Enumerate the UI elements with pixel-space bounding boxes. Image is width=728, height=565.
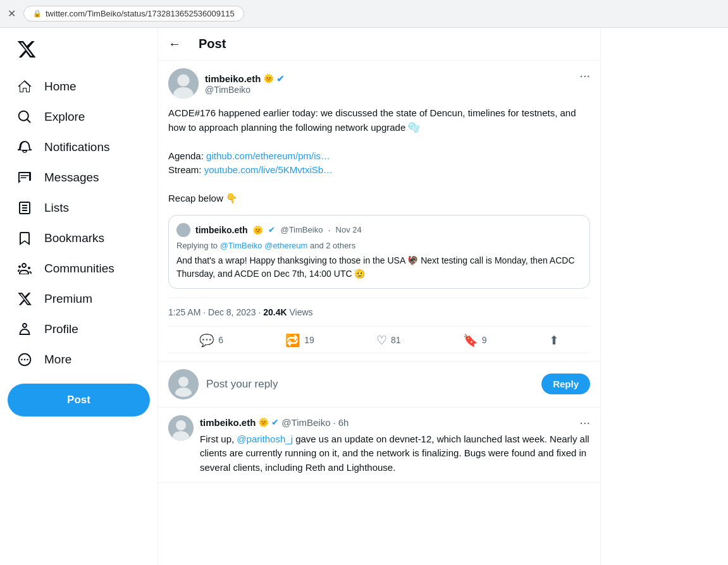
stream-label: Stream: [168,164,204,175]
reply-tweet-0: timbeiko.eth 🌞 ✔ @TimBeiko · 6h ··· Firs… [158,408,600,483]
sidebar-item-premium[interactable]: Premium [8,284,150,314]
sidebar-item-notifications[interactable]: Notifications [8,132,150,162]
quoted-author-row: timbeiko.eth 🌞 ✔ @TimBeiko · Nov 24 [176,223,582,237]
sidebar-label-more: More [44,353,71,367]
agenda-link[interactable]: github.com/ethereum/pm/is… [206,150,330,161]
sidebar-label-communities: Communities [44,262,114,276]
retweet-icon: 🔁 [285,333,300,348]
messages-icon [16,170,33,185]
bookmarks-icon [16,231,33,246]
quoted-tweet[interactable]: timbeiko.eth 🌞 ✔ @TimBeiko · Nov 24 Repl… [168,215,590,289]
premium-icon [16,291,33,307]
tweet-meta: 1:25 AM · Dec 8, 2023 · 20.4K Views [168,298,590,327]
author-avatar[interactable] [168,68,199,99]
sidebar-label-bookmarks: Bookmarks [44,231,104,245]
quoted-date: Nov 24 [336,225,362,234]
retweet-count: 19 [304,335,314,345]
svg-point-3 [176,223,190,237]
verified-icon: ✔ [276,73,285,85]
reply-placeholder[interactable]: Post your reply [206,378,534,391]
quoted-replying-to: Replying to @TimBeiko @ethereum and 2 ot… [176,241,582,250]
reply-mention[interactable]: @parithosh_j [237,434,293,444]
reply-tweet-content: timbeiko.eth 🌞 ✔ @TimBeiko · 6h ··· Firs… [200,415,590,475]
sidebar-item-messages[interactable]: Messages [8,162,150,193]
share-icon: ⬆ [549,333,559,348]
sun-emoji: 🌞 [263,73,274,83]
tweet-text-main: ACDE#176 happened earlier today: we disc… [168,107,576,133]
sidebar-label-messages: Messages [44,171,99,185]
action-bar: 💬 6 🔁 19 ♡ 81 🔖 9 ⬆ [168,328,590,353]
quoted-verified-icon: ✔ [268,225,275,234]
reply-verified-icon: ✔ [271,417,279,427]
like-count: 81 [391,335,401,345]
bookmark-icon: 🔖 [463,333,478,348]
reply-text-before: First up, [200,434,237,444]
profile-icon [16,322,33,337]
sidebar-item-profile[interactable]: Profile [8,314,150,344]
quoted-handle[interactable]: @TimBeiko [280,225,323,234]
reply-author-name[interactable]: timbeiko.eth [200,417,256,428]
views-count: 20.4K [263,307,287,317]
main-content: ← Post timbeiko.eth [158,28,601,565]
svg-point-5 [178,377,188,387]
lock-icon: 🔒 [33,9,42,18]
quoted-author-name[interactable]: timbeiko.eth [195,225,247,235]
quoted-text: And that's a wrap! Happy thanksgiving to… [176,254,582,281]
svg-point-8 [176,420,186,430]
reply-button[interactable]: Reply [541,374,590,394]
notifications-icon [16,140,33,155]
sidebar-item-communities[interactable]: Communities [8,253,150,284]
reply-sun-emoji: 🌞 [258,417,269,427]
reply-count: 6 [218,335,223,345]
quoted-mention-timbeiko[interactable]: @TimBeiko [220,241,262,250]
quoted-sun-emoji: 🌞 [252,225,263,235]
close-button[interactable]: ✕ [8,8,16,20]
reply-time: 6h [338,417,349,428]
author-details: timbeiko.eth 🌞 ✔ @TimBeiko [205,73,285,95]
sidebar-label-notifications: Notifications [44,140,110,154]
reply-tweet-author-row: timbeiko.eth 🌞 ✔ @TimBeiko · 6h [200,417,349,428]
url-bar[interactable]: 🔒 twitter.com/TimBeiko/status/1732813652… [23,6,244,21]
sidebar-item-bookmarks[interactable]: Bookmarks [8,223,150,253]
more-options-button[interactable]: ··· [579,68,590,83]
sidebar-item-more[interactable]: More [8,344,150,375]
tweet-author-info: timbeiko.eth 🌞 ✔ @TimBeiko [168,68,285,99]
agenda-label: Agenda: [168,150,206,161]
reply-more-options[interactable]: ··· [579,415,590,430]
reply-handle[interactable]: @TimBeiko [281,417,330,428]
sidebar-label-premium: Premium [44,292,92,306]
author-name[interactable]: timbeiko.eth [205,73,261,84]
home-icon [16,79,33,94]
share-action[interactable]: ⬆ [549,333,559,348]
bookmark-action[interactable]: 🔖 9 [463,333,487,348]
bookmark-count: 9 [482,335,487,345]
back-button[interactable]: ← [168,37,181,51]
communities-icon [16,261,33,276]
retweet-action[interactable]: 🔁 19 [285,333,314,348]
author-handle[interactable]: @TimBeiko [205,85,285,95]
recap-text: Recap below 👇 [168,193,238,204]
explore-icon [16,109,33,125]
reply-tweet-avatar [168,415,194,440]
heart-icon: ♡ [376,333,387,348]
app-layout: Home Explore Notifications Messages List… [0,28,728,565]
author-name-row: timbeiko.eth 🌞 ✔ [205,73,285,85]
svg-point-1 [177,75,189,87]
url-text: twitter.com/TimBeiko/status/173281365253… [46,9,235,18]
reply-action[interactable]: 💬 6 [199,333,223,348]
sidebar-item-explore[interactable]: Explore [8,102,150,132]
like-action[interactable]: ♡ 81 [376,333,401,348]
stream-link[interactable]: youtube.com/live/5KMvtxiSb… [204,164,333,175]
browser-bar: ✕ 🔒 twitter.com/TimBeiko/status/17328136… [0,0,728,28]
sidebar-item-home[interactable]: Home [8,71,150,102]
comment-icon: 💬 [199,333,214,348]
reply-text: First up, @parithosh_j gave us an update… [200,432,590,475]
tweet-text: ACDE#176 happened earlier today: we disc… [168,106,590,206]
sidebar: Home Explore Notifications Messages List… [0,28,158,565]
sidebar-label-explore: Explore [44,110,85,124]
quoted-mention-ethereum[interactable]: @ethereum [264,241,307,250]
post-button[interactable]: Post [8,384,150,416]
sidebar-item-lists[interactable]: Lists [8,193,150,223]
reply-avatar [168,369,199,399]
x-logo[interactable] [8,33,150,68]
